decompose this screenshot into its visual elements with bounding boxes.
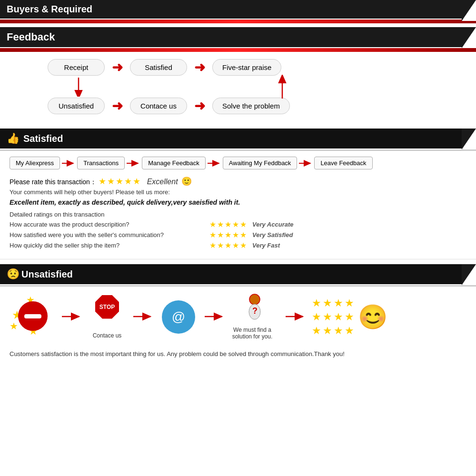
flow-satisfied: Satisfied bbox=[130, 59, 187, 76]
buyers-required-header: Buyers & Required bbox=[0, 0, 476, 19]
rating-row-2: How satisfied were you with the seller's… bbox=[10, 230, 466, 239]
solution-text: We must find a solution for you. bbox=[231, 327, 274, 340]
thumbs-up-icon: 👍 bbox=[7, 132, 20, 145]
nav-arrow-1 bbox=[62, 159, 75, 168]
rating-label-1: Very Accurate bbox=[252, 221, 293, 228]
flow-five-star: Five-star praise bbox=[212, 59, 281, 76]
unsat-arrow-2 bbox=[133, 311, 152, 323]
main-stars: ★★★★★ bbox=[99, 177, 141, 186]
rating-stars-3: ★★★★★ bbox=[209, 241, 248, 250]
flow-contact: Contace us bbox=[130, 98, 187, 114]
unsatisfied-dot bbox=[462, 272, 467, 277]
red-bar-top bbox=[0, 20, 476, 23]
bad-stars-icon-block: ★ ★ ★ ★ bbox=[10, 294, 55, 339]
flow-upper-row: Receipt ➜ Satisfied ➜ Five-star praise bbox=[48, 59, 466, 76]
flow-unsatisfied: Unsatisfied bbox=[48, 98, 105, 114]
ratings-table: Detailed ratings on this transaction How… bbox=[10, 211, 466, 250]
at-sign-icon: @ bbox=[172, 309, 185, 325]
arrow-down-receipt bbox=[71, 78, 86, 97]
phone-circle-icon: @ bbox=[162, 300, 195, 334]
positive-outcome-block: ★ ★ ★ ★ ★ ★ ★ ★ ★ ★ ★ ★ 😊 bbox=[312, 297, 387, 337]
rating-q1: How accurate was the product descripitio… bbox=[10, 221, 209, 228]
nav-step-1: My Aliexpress bbox=[10, 157, 60, 169]
svg-text:?: ? bbox=[252, 306, 258, 316]
rating-stars-2: ★★★★★ bbox=[209, 230, 248, 239]
nav-arrow-2 bbox=[127, 159, 140, 168]
nav-arrow-4 bbox=[299, 159, 312, 168]
contact-us-block: STOP Contace us bbox=[88, 295, 126, 339]
rating-prompt-text: Please rate this transaction： bbox=[10, 178, 97, 186]
nav-arrow-3 bbox=[208, 159, 221, 168]
arrow-satisfied-to-fivestar: ➜ bbox=[194, 60, 205, 75]
solution-block: ? We must find a solution for you. bbox=[231, 294, 278, 340]
feedback-title: Feedback bbox=[7, 31, 55, 43]
star-grid-icon: ★ ★ ★ ★ ★ ★ ★ ★ ★ ★ ★ ★ bbox=[312, 297, 354, 337]
feedback-header: Feedback bbox=[0, 27, 476, 47]
satisfied-section-header: 👍 Satisfied bbox=[0, 129, 476, 149]
section-dot bbox=[462, 136, 467, 141]
comments-prompt: Your comments will help other buyers! Pl… bbox=[10, 188, 466, 196]
outcome-smiley-icon: 😊 bbox=[358, 303, 387, 331]
ratings-title: Detailed ratings on this transaction bbox=[10, 211, 466, 218]
no-entry-circle bbox=[18, 301, 48, 331]
italic-comment: Excellent item, exactly as described, qu… bbox=[10, 198, 466, 206]
unsatisfied-title: Unsatisfied bbox=[21, 269, 73, 280]
red-bar-feedback bbox=[0, 48, 476, 52]
unsat-arrow-4 bbox=[286, 311, 305, 323]
rating-prompt-line: Please rate this transaction： ★★★★★ Exce… bbox=[10, 176, 466, 187]
flow-diagram-section: Receipt ➜ Satisfied ➜ Five-star praise U… bbox=[0, 52, 476, 124]
rating-q3: How quickly did the seller ship the item… bbox=[10, 242, 209, 249]
arrow-up-to-fivestar bbox=[275, 75, 289, 99]
buyers-required-title: Buyers & Required bbox=[7, 4, 92, 15]
no-entry-bar bbox=[24, 314, 41, 318]
unsatisfied-section-header: 😟 Unsatisfied bbox=[0, 264, 476, 284]
smiley-icon: 🙂 bbox=[181, 177, 192, 186]
rating-row-3: How quickly did the seller ship the item… bbox=[10, 241, 466, 250]
nav-step-4: Awaiting My Feddback bbox=[223, 157, 298, 169]
arrow-receipt-to-satisfied: ➜ bbox=[112, 60, 123, 75]
star-bottom-left: ★ bbox=[10, 320, 18, 332]
unsat-arrow-3 bbox=[205, 311, 224, 323]
satisfied-content: My Aliexpress Transactions Manage Feedba… bbox=[0, 151, 476, 259]
arrow-contact-to-solve: ➜ bbox=[194, 98, 205, 114]
unsat-arrow-1 bbox=[62, 311, 81, 323]
flow-solve: Solve the problem bbox=[212, 98, 290, 114]
nav-step-3: Manage Feedback bbox=[142, 157, 206, 169]
stop-sign-icon: STOP bbox=[95, 295, 119, 319]
bottom-text: Customers satisfaction is the most impor… bbox=[10, 349, 466, 359]
nav-steps: My Aliexpress Transactions Manage Feedba… bbox=[10, 157, 466, 169]
phone-icon-block: @ bbox=[159, 300, 198, 334]
svg-point-18 bbox=[249, 294, 260, 305]
contact-us-label: Contace us bbox=[88, 332, 126, 339]
sad-face-icon: 😟 bbox=[7, 268, 20, 280]
arrow-unsatisfied-to-contact: ➜ bbox=[112, 98, 123, 114]
flow-receipt: Receipt bbox=[48, 59, 105, 76]
unsat-flow: ★ ★ ★ ★ STOP Contace us bbox=[10, 294, 466, 340]
rating-row-1: How accurate was the product descripitio… bbox=[10, 220, 466, 229]
excellent-text: Excellent bbox=[147, 178, 178, 186]
question-person-icon: ? bbox=[242, 294, 268, 325]
rating-label-3: Very Fast bbox=[252, 242, 280, 249]
unsatisfied-content: ★ ★ ★ ★ STOP Contace us bbox=[0, 287, 476, 369]
rating-q2: How satisfied were you with the seller's… bbox=[10, 231, 209, 238]
rating-label-2: Very Satisfied bbox=[252, 231, 293, 238]
nav-step-5: Leave Feedback bbox=[314, 157, 372, 169]
nav-step-2: Transactions bbox=[77, 157, 125, 169]
rating-stars-1: ★★★★★ bbox=[209, 220, 248, 229]
satisfied-title: Satisfied bbox=[23, 133, 63, 144]
